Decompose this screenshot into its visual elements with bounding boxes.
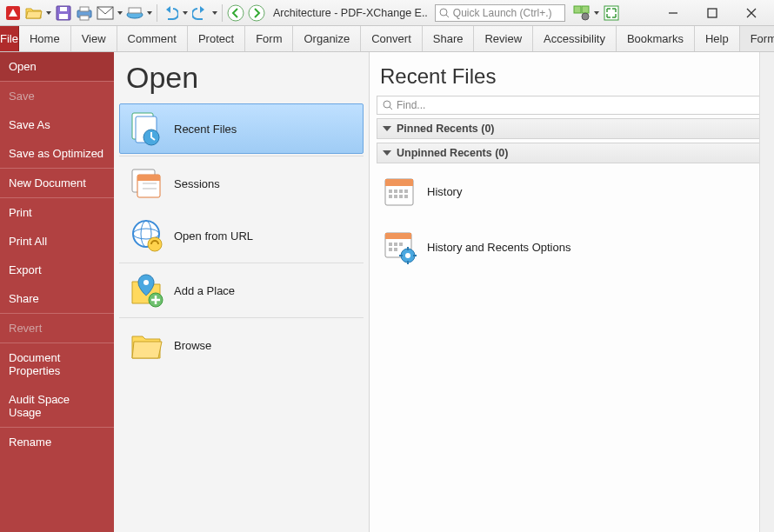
tab-bookmarks[interactable]: Bookmarks — [617, 26, 695, 51]
find-placeholder: Find... — [397, 99, 425, 111]
tab-accessibility[interactable]: Accessibility — [533, 26, 617, 51]
svg-rect-48 — [394, 195, 397, 198]
section-pinned-recents-0-[interactable]: Pinned Recents (0) — [377, 118, 767, 139]
tab-review[interactable]: Review — [474, 26, 533, 51]
open-title: Open — [119, 57, 364, 103]
section-label: Unpinned Recents (0) — [397, 147, 509, 159]
svg-rect-42 — [385, 179, 413, 186]
svg-rect-6 — [80, 16, 89, 20]
recent-panel: Recent Files Find... Pinned Recents (0)U… — [370, 52, 774, 532]
email-icon[interactable] — [96, 3, 115, 23]
search-icon — [383, 100, 393, 110]
svg-point-16 — [582, 13, 589, 20]
find-input[interactable]: Find... — [377, 96, 767, 115]
svg-rect-3 — [60, 7, 67, 11]
svg-rect-49 — [399, 195, 403, 198]
svg-rect-30 — [137, 175, 160, 181]
title-bar: Architecture - PDF-XChange E.. Quick Lau… — [0, 0, 774, 26]
open-folder-icon[interactable] — [24, 3, 43, 23]
sidebar-item-audit-space-usage[interactable]: Audit Space Usage — [0, 385, 114, 427]
redo-icon[interactable] — [190, 3, 210, 23]
backstage-sidebar: OpenSaveSave AsSave as OptimizedNew Docu… — [0, 52, 114, 532]
save-icon[interactable] — [54, 3, 73, 23]
svg-rect-17 — [604, 6, 618, 20]
svg-rect-52 — [385, 233, 411, 239]
vertical-scrollbar[interactable] — [759, 52, 774, 532]
nav-back-icon[interactable] — [226, 3, 245, 23]
open-item-label: Recent Files — [174, 123, 237, 136]
close-button[interactable] — [731, 1, 771, 25]
quick-launch-input[interactable]: Quick Launch (Ctrl+.) — [435, 4, 565, 22]
svg-rect-47 — [389, 195, 392, 198]
calendar-icon — [380, 172, 418, 210]
svg-rect-45 — [399, 190, 403, 193]
maximize-button[interactable] — [692, 1, 731, 25]
open-item-label: Sessions — [174, 177, 220, 190]
svg-rect-54 — [394, 243, 397, 246]
sidebar-item-print-all[interactable]: Print All — [0, 227, 114, 256]
tab-organize[interactable]: Organize — [293, 26, 361, 51]
redo-dropdown[interactable] — [211, 3, 218, 23]
open-divider — [119, 263, 364, 263]
ui-options-icon[interactable] — [572, 3, 591, 23]
file-tab[interactable]: File — [0, 26, 19, 51]
svg-point-37 — [143, 280, 149, 285]
email-dropdown[interactable] — [117, 3, 123, 23]
search-icon — [439, 8, 450, 18]
ui-options-dropdown[interactable] — [593, 3, 600, 23]
svg-line-13 — [446, 15, 449, 17]
open-divider — [119, 156, 364, 156]
sidebar-item-save-as-optimized[interactable]: Save as Optimized — [0, 139, 114, 168]
sidebar-item-document-properties[interactable]: Document Properties — [0, 343, 114, 385]
svg-point-11 — [249, 5, 264, 21]
sidebar-item-save: Save — [0, 82, 114, 110]
sidebar-item-new-document[interactable]: New Document — [0, 169, 114, 197]
sidebar-item-open[interactable]: Open — [0, 52, 114, 81]
tab-comment[interactable]: Comment — [117, 26, 188, 51]
sidebar-item-print[interactable]: Print — [0, 198, 114, 227]
recent-entry-history[interactable]: History — [377, 163, 767, 219]
tab-view[interactable]: View — [71, 26, 117, 51]
recent-entry-history-and-recents-options[interactable]: History and Recents Options — [377, 219, 767, 275]
open-dropdown[interactable] — [45, 3, 52, 23]
scan-dropdown[interactable] — [146, 3, 153, 23]
scan-icon[interactable] — [125, 3, 144, 23]
recent-title: Recent Files — [377, 57, 767, 96]
open-item-recent-files[interactable]: Recent Files — [119, 103, 364, 154]
tab-convert[interactable]: Convert — [361, 26, 423, 51]
section-unpinned-recents-0-[interactable]: Unpinned Recents (0) — [377, 143, 767, 163]
ribbon-tabs: File HomeViewCommentProtectFormOrganizeC… — [0, 26, 774, 52]
open-item-browse[interactable]: Browse — [119, 320, 364, 370]
tab-help[interactable]: Help — [695, 26, 740, 51]
tab-protect[interactable]: Protect — [188, 26, 245, 51]
open-item-sessions[interactable]: Sessions — [119, 158, 364, 209]
open-divider — [119, 317, 364, 318]
tab-share[interactable]: Share — [423, 26, 475, 51]
recent-files-icon — [127, 110, 165, 148]
recent-entry-label: History — [427, 185, 462, 198]
tab-form[interactable]: Form — [245, 26, 293, 51]
nav-forward-icon[interactable] — [247, 3, 266, 23]
svg-rect-46 — [404, 190, 408, 193]
sidebar-item-revert: Revert — [0, 314, 114, 342]
open-item-add-a-place[interactable]: Add a Place — [119, 265, 364, 316]
svg-point-39 — [384, 101, 390, 108]
open-item-label: Open from URL — [174, 229, 253, 243]
sidebar-item-save-as[interactable]: Save As — [0, 110, 114, 139]
undo-icon[interactable] — [161, 3, 180, 23]
sidebar-item-rename[interactable]: Rename — [0, 428, 114, 456]
sidebar-item-export[interactable]: Export — [0, 256, 114, 284]
chevron-down-icon — [383, 150, 391, 156]
fullscreen-icon[interactable] — [602, 3, 621, 23]
undo-dropdown[interactable] — [182, 3, 189, 23]
separator — [157, 4, 157, 22]
sidebar-item-share[interactable]: Share — [0, 284, 114, 313]
tab-format[interactable]: Format — [740, 26, 774, 51]
minimize-button[interactable] — [653, 1, 692, 25]
svg-rect-9 — [129, 8, 141, 13]
svg-point-59 — [405, 253, 410, 258]
open-item-open-from-url[interactable]: Open from URL — [119, 210, 364, 261]
print-icon[interactable] — [75, 3, 94, 23]
tab-home[interactable]: Home — [19, 26, 71, 51]
app-icon[interactable] — [3, 3, 23, 23]
